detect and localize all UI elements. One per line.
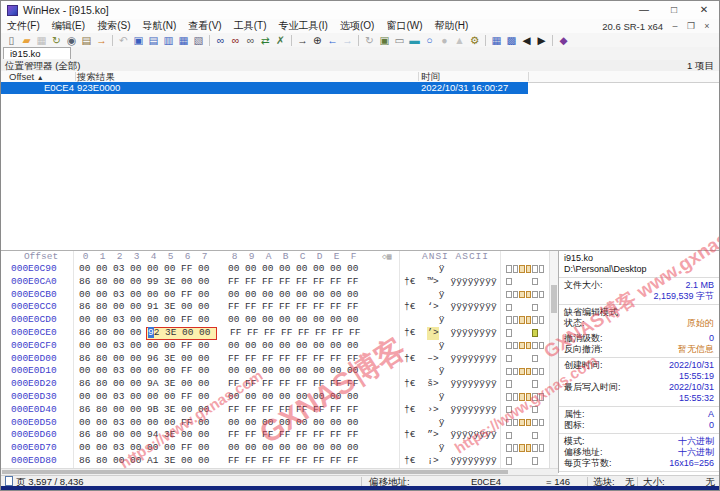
hex-byte[interactable]: 00 xyxy=(113,429,130,442)
hex-byte[interactable]: 00 xyxy=(130,417,147,430)
save-icon[interactable]: ▦ xyxy=(34,33,49,47)
ascii-text[interactable]: ÿ xyxy=(404,391,497,404)
properties-icon[interactable]: ▤ xyxy=(79,33,94,47)
hex-byte[interactable]: 00 xyxy=(313,365,330,378)
hex-byte[interactable]: 03 xyxy=(113,365,130,378)
column-header-result[interactable]: 搜索结果 xyxy=(77,71,115,82)
next-window-icon[interactable]: ▶ xyxy=(534,33,549,47)
hex-byte[interactable]: 00 xyxy=(130,353,147,366)
hex-byte[interactable]: FF xyxy=(330,378,347,391)
ascii-text[interactable]: †€ ¡> ÿÿÿÿÿÿÿÿ xyxy=(404,455,497,468)
hex-byte[interactable]: 00 xyxy=(130,378,147,391)
hex-byte[interactable]: FF xyxy=(245,301,262,314)
hex-byte[interactable]: 00 xyxy=(147,442,164,455)
hex-byte[interactable]: FF xyxy=(262,429,279,442)
hex-byte[interactable]: 00 xyxy=(228,391,245,404)
close-button[interactable]: ✕ xyxy=(689,1,719,19)
hex-byte[interactable]: FF xyxy=(181,391,198,404)
ascii-text[interactable]: ÿ xyxy=(404,417,497,430)
hex-byte[interactable]: FF xyxy=(228,301,245,314)
hex-byte[interactable]: FF xyxy=(245,455,262,468)
import-icon[interactable]: → xyxy=(94,33,109,47)
ascii-text[interactable]: †€ ‘> ÿÿÿÿÿÿÿÿ xyxy=(404,301,497,314)
hex-byte[interactable]: FF xyxy=(181,340,198,353)
hex-byte[interactable]: FF xyxy=(296,276,313,289)
hex-byte[interactable]: 3E xyxy=(164,353,181,366)
hex-byte[interactable]: 3E xyxy=(165,327,182,340)
tab-i915ko[interactable]: i915.ko xyxy=(3,47,71,59)
hex-byte[interactable]: 91 xyxy=(147,301,164,314)
hex-byte[interactable]: 00 xyxy=(330,417,347,430)
hex-byte[interactable]: 3E xyxy=(164,301,181,314)
hex-byte[interactable]: 00 xyxy=(296,417,313,430)
hex-byte[interactable]: 00 xyxy=(198,429,215,442)
hex-byte[interactable]: 00 xyxy=(313,417,330,430)
copy-icon[interactable]: ▣ xyxy=(131,33,146,47)
open-folder-icon[interactable]: ▰ xyxy=(19,33,34,47)
hex-byte[interactable]: FF xyxy=(245,429,262,442)
hex-byte[interactable]: 00 xyxy=(181,353,198,366)
hex-byte[interactable]: 00 xyxy=(228,340,245,353)
goto-marker-icon[interactable]: ⊕ xyxy=(310,33,325,47)
hex-byte[interactable]: FF xyxy=(245,378,262,391)
mdi-restore-button[interactable]: ❐ xyxy=(683,21,699,31)
hex-byte[interactable]: 00 xyxy=(245,314,262,327)
hex-byte[interactable]: 80 xyxy=(96,276,113,289)
ascii-text[interactable]: ÿ xyxy=(404,263,497,276)
hex-byte[interactable]: FF xyxy=(262,404,279,417)
hex-byte[interactable]: 00 xyxy=(228,314,245,327)
hex-byte[interactable]: FF xyxy=(313,276,330,289)
menu-item-5[interactable]: 工具(T) xyxy=(228,19,273,33)
hex-byte[interactable]: FF xyxy=(330,276,347,289)
globe-icon[interactable]: ● xyxy=(437,33,452,47)
hex-row-000E0D60[interactable]: 000E0D6086800000943E0000FFFFFFFFFFFFFFFF… xyxy=(1,429,558,442)
hex-byte[interactable]: 3E xyxy=(164,404,181,417)
hex-row-000E0D30[interactable]: 000E0D30000003000000FF000000000000000000… xyxy=(1,391,558,404)
hex-byte[interactable]: FF xyxy=(245,276,262,289)
hex-byte[interactable]: 00 xyxy=(313,314,330,327)
menu-item-0[interactable]: 文件(F) xyxy=(1,19,46,33)
hex-byte[interactable]: FF xyxy=(347,404,364,417)
hex-byte[interactable]: FF xyxy=(313,455,330,468)
hex-byte[interactable]: FF xyxy=(349,327,366,340)
view-icon[interactable]: ◉ xyxy=(64,33,79,47)
find-hex-icon[interactable]: ∞ xyxy=(228,33,243,47)
hex-byte[interactable]: 00 xyxy=(198,276,215,289)
hex-byte[interactable]: FF xyxy=(332,327,349,340)
hex-byte[interactable]: 00 xyxy=(279,340,296,353)
refresh-view-icon[interactable]: ↻ xyxy=(362,33,377,47)
hex-byte[interactable]: 00 xyxy=(262,391,279,404)
hex-byte[interactable]: FF xyxy=(296,353,313,366)
hex-row-000E0D40[interactable]: 000E0D40868000009B3E0000FFFFFFFFFFFFFFFF… xyxy=(1,404,558,417)
hex-byte[interactable]: 03 xyxy=(113,442,130,455)
hex-byte[interactable]: 00 xyxy=(279,417,296,430)
hex-byte[interactable]: FF xyxy=(330,353,347,366)
hex-byte[interactable]: FF xyxy=(264,327,281,340)
hex-byte[interactable]: 03 xyxy=(113,417,130,430)
hex-byte[interactable]: 00 xyxy=(279,442,296,455)
hex-byte[interactable]: 00 xyxy=(228,263,245,276)
hex-byte[interactable]: FF xyxy=(296,378,313,391)
menu-item-1[interactable]: 编辑(E) xyxy=(46,19,91,33)
hex-byte[interactable]: 00 xyxy=(147,391,164,404)
hex-byte[interactable]: 00 xyxy=(198,353,215,366)
hex-byte[interactable]: 00 xyxy=(79,263,96,276)
hex-byte[interactable]: 3E xyxy=(164,378,181,391)
hex-byte[interactable]: 00 xyxy=(347,289,364,302)
find-text-icon[interactable]: ∞ xyxy=(213,33,228,47)
hex-byte[interactable]: 80 xyxy=(96,404,113,417)
eraser-icon[interactable]: ◆ xyxy=(556,33,571,47)
hex-byte[interactable]: 00 xyxy=(347,365,364,378)
hex-byte[interactable]: 00 xyxy=(347,417,364,430)
hex-byte[interactable]: 00 xyxy=(262,442,279,455)
ascii-text[interactable]: ÿ xyxy=(404,314,497,327)
hex-byte[interactable]: 00 xyxy=(147,289,164,302)
hex-byte[interactable]: 00 xyxy=(262,340,279,353)
hex-byte[interactable]: 00 xyxy=(279,314,296,327)
hex-byte[interactable]: 00 xyxy=(330,365,347,378)
hex-byte[interactable]: 00 xyxy=(347,442,364,455)
hex-byte[interactable]: 00 xyxy=(130,391,147,404)
hex-byte[interactable]: 00 xyxy=(113,378,130,391)
hex-byte[interactable]: 00 xyxy=(228,417,245,430)
hex-byte[interactable]: 03 xyxy=(113,263,130,276)
